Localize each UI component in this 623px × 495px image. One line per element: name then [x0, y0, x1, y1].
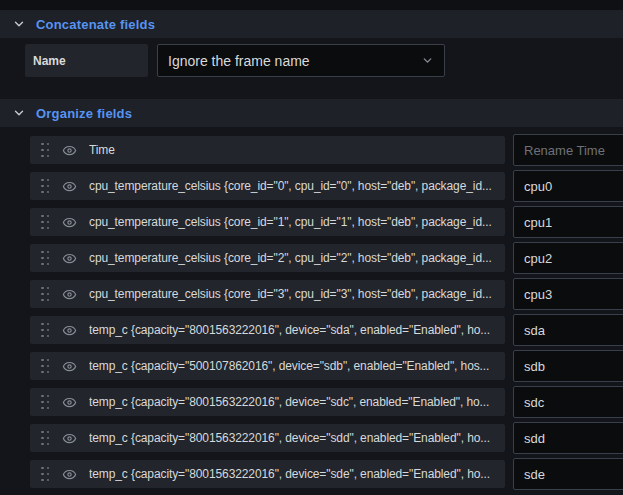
concatenate-fields-header[interactable]: Concatenate fields [0, 10, 623, 38]
field-row-card: temp_c {capacity="8001563222016", device… [30, 424, 505, 452]
rename-input[interactable] [513, 278, 623, 310]
field-row: cpu_temperature_celsius {core_id="2", cp… [30, 240, 623, 276]
rename-input[interactable] [513, 206, 623, 238]
field-name-label: temp_c {capacity="8001563222016", device… [89, 431, 490, 445]
field-name-label: cpu_temperature_celsius {core_id="2", cp… [89, 251, 492, 265]
chevron-down-icon [12, 17, 26, 31]
eye-icon[interactable] [62, 215, 77, 230]
field-row-card: temp_c {capacity="500107862016", device=… [30, 352, 505, 380]
field-row-card: temp_c {capacity="8001563222016", device… [30, 388, 505, 416]
chevron-down-icon [12, 106, 26, 120]
drag-handle-icon[interactable] [39, 285, 51, 304]
field-name-label: temp_c {capacity="8001563222016", device… [89, 395, 489, 409]
eye-icon[interactable] [62, 467, 77, 482]
field-row-card: cpu_temperature_celsius {core_id="2", cp… [30, 244, 505, 272]
organize-fields-header[interactable]: Organize fields [0, 99, 623, 127]
rename-input[interactable] [513, 170, 623, 202]
rename-input[interactable] [513, 134, 623, 166]
field-row: Time [30, 132, 623, 168]
eye-icon[interactable] [62, 143, 77, 158]
field-row: cpu_temperature_celsius {core_id="0", cp… [30, 168, 623, 204]
field-row-card: temp_c {capacity="8001563222016", device… [30, 460, 505, 488]
field-name-label: cpu_temperature_celsius {core_id="0", cp… [89, 179, 492, 193]
drag-handle-icon[interactable] [39, 357, 51, 376]
field-name-label: temp_c {capacity="500107862016", device=… [89, 359, 489, 373]
name-label-text: Name [33, 54, 66, 68]
concatenate-options: Name Ignore the frame name [25, 44, 623, 77]
organize-field-list: Time cpu_temperature_celsius {core_id="0… [30, 132, 623, 492]
field-row-card: Time [30, 136, 505, 164]
chevron-down-icon [421, 54, 434, 67]
field-name-label: cpu_temperature_celsius {core_id="1", cp… [89, 215, 492, 229]
field-row: cpu_temperature_celsius {core_id="1", cp… [30, 204, 623, 240]
drag-handle-icon[interactable] [39, 141, 51, 160]
drag-handle-icon[interactable] [39, 321, 51, 340]
field-name-label: temp_c {capacity="8001563222016", device… [89, 467, 490, 481]
organize-section-title: Organize fields [36, 106, 132, 121]
field-row-card: cpu_temperature_celsius {core_id="1", cp… [30, 208, 505, 236]
rename-input[interactable] [513, 458, 623, 490]
rename-input[interactable] [513, 422, 623, 454]
eye-icon[interactable] [62, 179, 77, 194]
drag-handle-icon[interactable] [39, 465, 51, 484]
drag-handle-icon[interactable] [39, 393, 51, 412]
eye-icon[interactable] [62, 359, 77, 374]
field-name-label: Time [89, 143, 115, 157]
rename-input[interactable] [513, 350, 623, 382]
field-row-card: temp_c {capacity="8001563222016", device… [30, 316, 505, 344]
field-row-card: cpu_temperature_celsius {core_id="0", cp… [30, 172, 505, 200]
rename-input[interactable] [513, 314, 623, 346]
eye-icon[interactable] [62, 323, 77, 338]
frame-name-select[interactable]: Ignore the frame name [157, 44, 445, 77]
drag-handle-icon[interactable] [39, 177, 51, 196]
eye-icon[interactable] [62, 395, 77, 410]
rename-input[interactable] [513, 386, 623, 418]
field-row: temp_c {capacity="8001563222016", device… [30, 420, 623, 456]
drag-handle-icon[interactable] [39, 429, 51, 448]
field-row: temp_c {capacity="8001563222016", device… [30, 456, 623, 492]
drag-handle-icon[interactable] [39, 249, 51, 268]
top-spacer [0, 0, 623, 10]
field-row: temp_c {capacity="8001563222016", device… [30, 384, 623, 420]
eye-icon[interactable] [62, 251, 77, 266]
drag-handle-icon[interactable] [39, 213, 51, 232]
field-row-card: cpu_temperature_celsius {core_id="3", cp… [30, 280, 505, 308]
concatenate-section-title: Concatenate fields [36, 17, 155, 32]
rename-input[interactable] [513, 242, 623, 274]
field-row: temp_c {capacity="500107862016", device=… [30, 348, 623, 384]
eye-icon[interactable] [62, 431, 77, 446]
field-name-label: temp_c {capacity="8001563222016", device… [89, 323, 490, 337]
field-row: cpu_temperature_celsius {core_id="3", cp… [30, 276, 623, 312]
name-label: Name [25, 44, 148, 77]
frame-name-select-value: Ignore the frame name [168, 53, 310, 69]
field-name-label: cpu_temperature_celsius {core_id="3", cp… [89, 287, 492, 301]
eye-icon[interactable] [62, 287, 77, 302]
field-row: temp_c {capacity="8001563222016", device… [30, 312, 623, 348]
